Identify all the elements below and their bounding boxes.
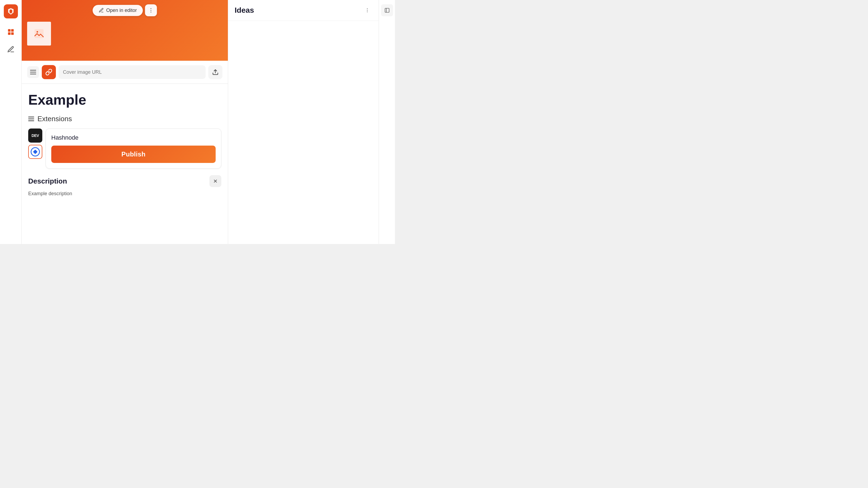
- hamburger-icon: [30, 70, 36, 74]
- svg-rect-1: [11, 29, 13, 32]
- link-button[interactable]: [42, 65, 56, 79]
- app-logo[interactable]: [4, 4, 18, 19]
- dev-icon-label: DEV: [31, 133, 39, 138]
- url-bar: [22, 61, 228, 84]
- main-area: Open in editor: [22, 0, 395, 244]
- cover-image-url-input[interactable]: [59, 65, 206, 79]
- description-text: Example description: [28, 190, 221, 198]
- svg-rect-4: [35, 29, 44, 38]
- upload-icon: [212, 69, 219, 75]
- pencil-icon: [98, 8, 104, 13]
- content-section: Example Extensions DEV: [22, 84, 228, 244]
- hashnode-inner-icon: [31, 147, 40, 156]
- open-in-editor-button[interactable]: Open in editor: [93, 5, 143, 16]
- ideas-panel: Ideas: [228, 0, 379, 244]
- article-title: Example: [28, 91, 221, 108]
- publish-button[interactable]: Publish: [51, 145, 216, 163]
- menu-button[interactable]: [27, 66, 39, 78]
- description-header: Description: [28, 175, 221, 187]
- far-right-icon: [381, 4, 393, 16]
- cover-toolbar: Open in editor: [93, 4, 157, 16]
- ideas-header: Ideas: [228, 0, 379, 21]
- hashnode-extension-icon[interactable]: [28, 145, 42, 159]
- cover-more-options-button[interactable]: [145, 4, 157, 16]
- close-icon: [213, 178, 218, 184]
- description-section: Description Example description: [28, 175, 221, 198]
- ideas-panel-title: Ideas: [235, 6, 254, 14]
- extension-icon-list: DEV: [28, 129, 42, 159]
- svg-rect-3: [11, 32, 13, 35]
- extensions-header: Extensions: [28, 115, 221, 123]
- svg-point-16: [367, 10, 368, 11]
- cover-image-placeholder: [27, 22, 51, 45]
- open-in-editor-label: Open in editor: [106, 8, 137, 13]
- hashnode-diamond: [33, 150, 38, 154]
- link-icon: [45, 69, 52, 76]
- svg-rect-18: [385, 8, 389, 12]
- description-close-button[interactable]: [209, 175, 221, 187]
- more-options-icon: [148, 7, 154, 13]
- ideas-more-icon: [365, 8, 370, 13]
- svg-point-15: [367, 8, 368, 9]
- svg-point-5: [37, 31, 38, 33]
- svg-point-6: [151, 8, 151, 9]
- dev-extension-icon[interactable]: DEV: [28, 129, 42, 142]
- svg-point-17: [367, 12, 368, 12]
- extensions-title: Extensions: [37, 115, 72, 123]
- svg-rect-2: [8, 32, 10, 35]
- svg-point-7: [151, 10, 151, 11]
- description-title: Description: [28, 177, 67, 186]
- cover-image-area: Open in editor: [22, 0, 228, 61]
- sidebar-item-dashboard[interactable]: [5, 26, 17, 38]
- sidebar-item-editor[interactable]: [5, 43, 17, 55]
- editor-panel: Open in editor: [22, 0, 228, 244]
- extensions-menu-icon: [28, 117, 34, 121]
- svg-point-8: [151, 12, 151, 12]
- extension-card-title: Hashnode: [51, 134, 216, 141]
- svg-rect-0: [8, 29, 10, 32]
- upload-button[interactable]: [208, 65, 222, 79]
- extension-card: Hashnode Publish: [45, 129, 221, 169]
- image-icon: [33, 28, 45, 40]
- sidebar-toggle-icon: [384, 8, 390, 13]
- far-right-panel: [379, 0, 395, 244]
- sidebar: [0, 0, 22, 244]
- extension-items: DEV Hashnode Publish: [28, 129, 221, 169]
- ideas-more-options-button[interactable]: [362, 5, 372, 15]
